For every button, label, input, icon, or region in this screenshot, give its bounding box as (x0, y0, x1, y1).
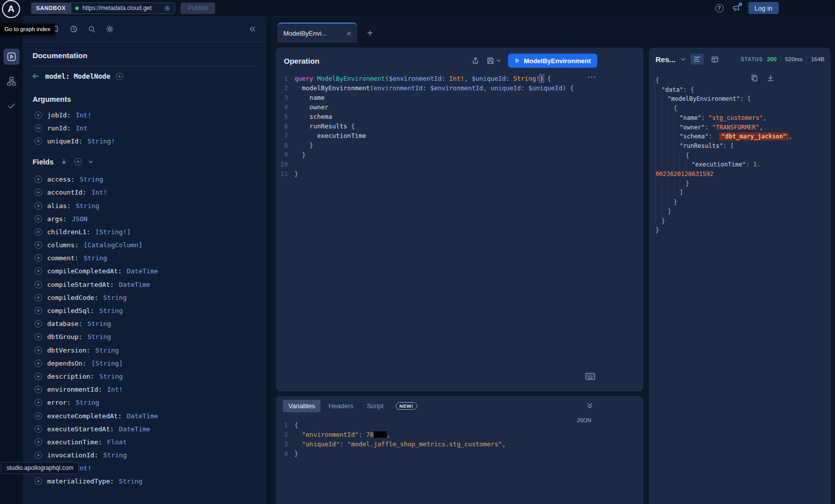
field-item[interactable]: +childrenL1:[String!] (23, 225, 265, 238)
add-field-icon[interactable]: + (35, 477, 42, 485)
variables-editor[interactable]: 1{2 "environmentId": 78,3 "uniqueId": "m… (276, 420, 643, 458)
field-item[interactable]: +environmentId:Int! (23, 383, 265, 396)
add-field-icon[interactable]: + (35, 333, 42, 341)
add-field-icon[interactable]: + (35, 281, 42, 288)
field-item[interactable]: +comment:String (23, 252, 265, 265)
add-field-icon[interactable]: + (35, 399, 42, 406)
add-field-icon[interactable]: + (35, 267, 42, 275)
add-field-icon[interactable]: + (35, 425, 42, 433)
collapse-panel-icon[interactable] (586, 402, 593, 409)
sort-fields-icon[interactable] (60, 158, 68, 165)
add-field-icon[interactable]: + (35, 124, 42, 132)
add-field-icon[interactable]: + (35, 202, 42, 210)
field-type-link[interactable]: String (95, 347, 119, 354)
field-item[interactable]: +dbtVersion:String (23, 344, 265, 357)
field-type-link[interactable]: JSON (72, 215, 87, 223)
field-type-link[interactable]: Int! (107, 386, 123, 393)
table-view-button[interactable] (708, 54, 721, 65)
add-fields-button[interactable]: + (74, 158, 82, 165)
field-item[interactable]: +compiledSql:String (23, 304, 265, 317)
login-button[interactable]: Log in (748, 2, 779, 14)
field-type-link[interactable]: String (76, 399, 99, 406)
field-type-link[interactable]: String (99, 307, 123, 314)
download-response-icon[interactable] (767, 74, 774, 82)
field-item[interactable]: +alias:String (23, 199, 265, 212)
field-item[interactable]: +runId:Int (23, 121, 265, 134)
field-item[interactable]: +dependsOn:[String] (23, 357, 265, 370)
field-type-link[interactable]: [String] (91, 360, 123, 367)
field-type-link[interactable]: [CatalogColumn] (84, 241, 142, 249)
add-field-icon[interactable]: + (35, 241, 42, 249)
save-operation-button[interactable] (486, 57, 501, 65)
field-type-link[interactable]: DateTime (127, 412, 158, 420)
operation-editor[interactable]: 1query ModelByEnvironment($environmentId… (276, 74, 643, 179)
collapse-sidebar-icon[interactable] (248, 25, 256, 33)
field-item[interactable]: +executeStartedAt:DateTime (23, 422, 265, 435)
add-field-icon[interactable]: + (35, 451, 42, 459)
field-type-link[interactable]: DateTime (119, 425, 150, 433)
add-field-icon[interactable]: + (35, 373, 42, 380)
rail-schema-button[interactable] (4, 73, 20, 89)
settings-gear-icon[interactable] (106, 25, 114, 33)
add-field-icon[interactable]: + (35, 294, 42, 301)
add-field-icon[interactable]: + (35, 111, 42, 119)
field-type-link[interactable]: Int (76, 124, 87, 132)
rail-checks-button[interactable] (4, 98, 20, 114)
field-type-link[interactable]: DateTime (127, 267, 158, 275)
tab-script[interactable]: Script (361, 400, 389, 412)
field-type-link[interactable]: String (87, 333, 111, 341)
add-field-icon[interactable]: + (35, 228, 42, 236)
add-field-icon[interactable]: + (35, 176, 42, 183)
field-type-link[interactable]: String (80, 176, 103, 183)
field-item[interactable]: +compiledCode:String (23, 291, 265, 304)
breadcrumb-type[interactable]: ModelNode (74, 72, 110, 80)
field-type-link[interactable]: [String!] (95, 228, 130, 236)
field-type-link[interactable]: String! (87, 137, 115, 145)
field-item[interactable]: +executeCompletedAt:DateTime (23, 409, 265, 422)
help-icon[interactable]: ? (715, 4, 724, 13)
tab-modelbyenvironment[interactable]: ModelByEnvi... × (277, 23, 357, 43)
add-field-icon[interactable]: + (35, 360, 42, 367)
field-item[interactable]: +jobId:Int! (23, 108, 265, 121)
tab-close-icon[interactable]: × (347, 30, 351, 37)
new-tab-button[interactable]: + (367, 28, 373, 38)
search-icon[interactable] (88, 25, 96, 33)
field-item[interactable]: +executionTime:Float (23, 435, 265, 448)
field-type-link[interactable]: Float (107, 438, 127, 446)
field-type-link[interactable]: String (103, 451, 127, 459)
field-item[interactable]: +args:JSON (23, 212, 265, 225)
field-type-link[interactable]: String (99, 373, 123, 380)
history-clock-icon[interactable] (70, 25, 78, 33)
add-field-icon[interactable]: + (35, 254, 42, 262)
field-item[interactable]: +database:String (23, 317, 265, 330)
apollo-logo[interactable]: A (2, 0, 20, 18)
add-field-icon[interactable]: + (35, 137, 42, 145)
field-item[interactable]: +access:String (23, 173, 265, 186)
field-item[interactable]: +materializedType:String (23, 475, 265, 488)
endpoint-settings-gear-icon[interactable] (164, 5, 171, 12)
field-item[interactable]: +columns:[CatalogColumn] (23, 239, 265, 252)
operation-options-icon[interactable]: ··· (588, 73, 597, 81)
field-type-link[interactable]: String (119, 477, 142, 485)
field-type-link[interactable]: String (103, 294, 127, 301)
field-type-link[interactable]: Int! (91, 189, 107, 196)
publish-button[interactable]: Publish (181, 3, 215, 14)
keyboard-shortcuts-icon[interactable] (585, 373, 595, 380)
endpoint-url-input[interactable]: https://metadata.cloud.get (71, 3, 175, 14)
tab-variables[interactable]: Variables (283, 400, 320, 412)
format-response-button[interactable] (691, 54, 704, 65)
add-field-icon[interactable]: + (35, 320, 42, 327)
add-field-icon[interactable]: + (35, 347, 42, 354)
response-dropdown-icon[interactable] (680, 56, 686, 62)
field-type-link[interactable]: DateTime (119, 281, 150, 288)
add-all-fields-button[interactable]: + (116, 73, 123, 80)
field-item[interactable]: +error:String (23, 396, 265, 409)
back-icon[interactable] (32, 72, 40, 80)
field-item[interactable]: +accountId:Int! (23, 186, 265, 199)
add-field-icon[interactable]: + (35, 189, 42, 196)
field-type-link[interactable]: String (76, 202, 99, 210)
rail-explorer-button[interactable] (4, 49, 20, 65)
field-type-link[interactable]: String (87, 320, 111, 327)
share-icon[interactable] (471, 57, 479, 65)
add-field-icon[interactable]: + (35, 412, 42, 420)
